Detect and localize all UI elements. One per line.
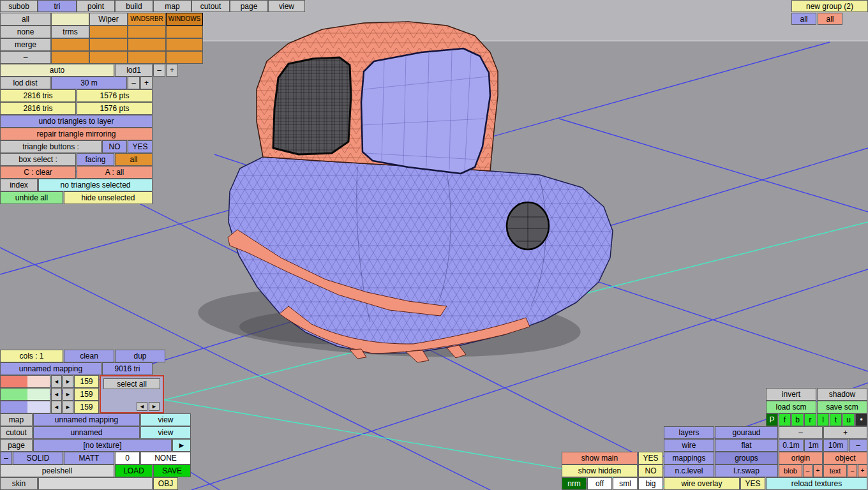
map-view-button[interactable]: view <box>140 413 191 426</box>
menu-tab-build[interactable]: build <box>115 0 153 12</box>
matt-button[interactable]: MATT <box>64 452 114 464</box>
clear-button[interactable]: C : clear <box>0 166 76 179</box>
skin-button[interactable]: skin <box>0 477 38 490</box>
undo-triangles-button[interactable]: undo triangles to layer <box>0 115 153 128</box>
blob-minus-button[interactable]: – <box>803 464 812 477</box>
group-cell-r3c3[interactable] <box>89 38 128 51</box>
save-scm-button[interactable]: save scm <box>817 401 867 413</box>
groups-button[interactable]: groups <box>715 452 778 464</box>
blob-plus-button[interactable]: + <box>813 464 823 477</box>
channel-red-value[interactable]: 159 <box>74 375 99 388</box>
mappings-button[interactable]: mappings <box>664 452 714 464</box>
layers-plus-button[interactable]: + <box>823 426 867 439</box>
channel-red-left-arrow[interactable]: ◄ <box>51 375 62 388</box>
cutout-value[interactable]: unnamed <box>33 426 140 439</box>
group-cell-r2c5[interactable] <box>166 26 203 38</box>
material-minus-button[interactable]: – <box>0 452 12 464</box>
cutout-view-button[interactable]: view <box>140 426 191 439</box>
channel-green-right-arrow[interactable]: ► <box>63 388 73 401</box>
skin-field[interactable] <box>38 477 153 490</box>
show-main-label[interactable]: show main <box>562 452 638 464</box>
grid-10m-button[interactable]: 10m <box>823 439 848 452</box>
page-value[interactable]: [no texture] <box>33 439 172 452</box>
cutout-label[interactable]: cutout <box>0 426 33 439</box>
menu-tab-tri[interactable]: tri <box>38 0 77 12</box>
nrm-button[interactable]: nrm <box>562 477 587 490</box>
filename-field[interactable]: peelshell <box>0 464 114 477</box>
text-plus-button[interactable]: + <box>858 464 867 477</box>
grid-minus-button[interactable]: – <box>849 439 867 452</box>
channel-blue-left-arrow[interactable]: ◄ <box>51 401 62 413</box>
show-main-toggle[interactable]: YES <box>638 452 663 464</box>
new-group-button[interactable]: new group (2) <box>791 0 868 12</box>
group-wiper-button[interactable]: Wiper <box>89 13 128 26</box>
nrm-off-button[interactable]: off <box>587 477 612 490</box>
wire-overlay-toggle[interactable]: YES <box>740 477 765 490</box>
channel-green-left-arrow[interactable]: ◄ <box>51 388 62 401</box>
group-cell-r4c3[interactable] <box>89 51 128 64</box>
box-select-facing[interactable]: facing <box>77 153 114 166</box>
material-none-button[interactable]: NONE <box>140 452 191 464</box>
gouraud-button[interactable]: gouraud <box>715 426 778 439</box>
triangle-buttons-no[interactable]: NO <box>102 140 127 153</box>
page-label[interactable]: page <box>0 439 33 452</box>
hide-unselected-button[interactable]: hide unselected <box>64 191 153 204</box>
nrm-sml-button[interactable]: sml <box>613 477 638 490</box>
channel-swatch-red[interactable] <box>0 375 50 388</box>
cols-button[interactable]: cols : 1 <box>0 350 63 362</box>
view-u-button[interactable]: u <box>842 413 855 426</box>
page-next-button[interactable]: ► <box>172 439 191 452</box>
box-select-all[interactable]: all <box>115 153 153 166</box>
text-minus-button[interactable]: – <box>848 464 857 477</box>
clean-button[interactable]: clean <box>64 350 114 362</box>
channel-blue-right-arrow[interactable]: ► <box>63 401 73 413</box>
map-value[interactable]: unnamed mapping <box>33 413 140 426</box>
view-dot-button[interactable]: • <box>855 413 867 426</box>
save-button[interactable]: SAVE <box>153 464 191 477</box>
select-all-button[interactable]: select all <box>103 378 160 389</box>
group-merge-button[interactable]: merge <box>0 38 51 51</box>
layers-button[interactable]: layers <box>664 426 714 439</box>
map-label[interactable]: map <box>0 413 33 426</box>
invert-button[interactable]: invert <box>766 388 816 401</box>
obj-button[interactable]: OBJ <box>153 477 178 490</box>
view-p-button[interactable]: P <box>766 413 778 426</box>
group-cell-r1c2[interactable] <box>51 13 89 26</box>
menu-tab-cutout[interactable]: cutout <box>191 0 230 12</box>
layers-minus-button[interactable]: – <box>779 426 823 439</box>
lod-dist-plus-button[interactable]: + <box>140 77 153 89</box>
show-hidden-label[interactable]: show hidden <box>562 464 638 477</box>
view-b-button[interactable]: b <box>791 413 804 426</box>
wire-overlay-label[interactable]: wire overlay <box>664 477 740 490</box>
group-cell-r2c4[interactable] <box>128 26 166 38</box>
origin-button[interactable]: origin <box>779 452 823 464</box>
show-hidden-toggle[interactable]: NO <box>638 464 663 477</box>
select-all-shortcut-button[interactable]: A : all <box>77 166 153 179</box>
menu-tab-view[interactable]: view <box>268 0 305 12</box>
group-cell-r3c4[interactable] <box>128 38 166 51</box>
repair-mirroring-button[interactable]: repair triangle mirroring <box>0 128 153 140</box>
channel-green-value[interactable]: 159 <box>74 388 99 401</box>
flat-button[interactable]: flat <box>715 439 778 452</box>
menu-tab-point[interactable]: point <box>77 0 115 12</box>
shadow-button[interactable]: shadow <box>817 388 867 401</box>
lod-dist-value[interactable]: 30 m <box>51 77 127 89</box>
group-all-button[interactable]: all <box>0 13 51 26</box>
group-wndsrbr-button[interactable]: WNDSRBR <box>128 13 166 26</box>
channel-blue-value[interactable]: 159 <box>74 401 99 413</box>
grid-0.1m-button[interactable]: 0.1m <box>779 439 804 452</box>
auto-button[interactable]: auto <box>0 64 114 77</box>
channel-red-right-arrow[interactable]: ► <box>63 375 73 388</box>
group-cell-r4c4[interactable] <box>128 51 166 64</box>
group-cell-r4c2[interactable] <box>51 51 89 64</box>
lod-minus-button[interactable]: – <box>153 64 165 77</box>
lr-swap-button[interactable]: l.r.swap <box>715 464 778 477</box>
lod1-button[interactable]: lod1 <box>115 64 153 77</box>
index-button[interactable]: index <box>0 179 38 191</box>
menu-tab-subob[interactable]: subob <box>0 0 38 12</box>
unhide-all-button[interactable]: unhide all <box>0 191 63 204</box>
channel-swatch-blue[interactable] <box>0 401 50 413</box>
group-cell-r4c5[interactable] <box>166 51 203 64</box>
group-windows-button[interactable]: WINDOWS <box>166 13 203 26</box>
dup-button[interactable]: dup <box>115 350 165 362</box>
